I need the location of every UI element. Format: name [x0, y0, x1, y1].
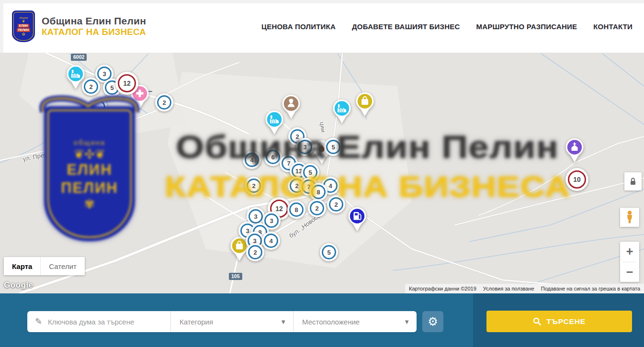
page: община ❦ ЕЛИН ПЕЛИН ✿ Община Елин Пелин …	[0, 0, 644, 347]
crest-ornament-bottom: ✿	[22, 33, 25, 36]
map-type-control: Карта Сателит	[4, 257, 85, 275]
street-label: ции	[318, 122, 327, 133]
fuel-icon	[348, 207, 367, 232]
search-icon	[533, 317, 541, 325]
fuel-pin[interactable]	[348, 207, 367, 232]
cluster-marker[interactable]: 12	[115, 72, 138, 95]
cluster-count: 4	[269, 237, 272, 245]
cluster-marker[interactable]: 2	[327, 195, 345, 213]
search-fields: ✎ Категория ▼ Местоположение ▼	[27, 311, 417, 332]
factory-icon	[332, 99, 351, 124]
advanced-settings-button[interactable]: ⚙	[422, 311, 443, 332]
municipality-crest-icon: община ❦ ЕЛИН ПЕЛИН ✿	[12, 11, 35, 42]
cluster-count: 4	[328, 182, 332, 190]
cluster-count: 2	[253, 249, 257, 256]
zoom-out-button[interactable]: −	[620, 262, 639, 282]
cluster-marker[interactable]: 4	[262, 232, 280, 250]
crest-name-line2: ПЕЛИН	[17, 28, 31, 32]
worker-icon	[282, 94, 301, 119]
search-bar: ✎ Категория ▼ Местоположение ▼ ⚙ ТЪРСЕНЕ	[0, 293, 644, 347]
report-map-error-link[interactable]: Подаване на сигнал за грешка в картата	[541, 286, 640, 291]
search-button-label: ТЪРСЕНЕ	[546, 317, 586, 326]
cluster-marker[interactable]: 10	[565, 168, 588, 191]
zoom-in-button[interactable]: +	[620, 242, 639, 262]
location-select[interactable]: Местоположение ▼	[293, 311, 417, 332]
cluster-count: 6	[271, 154, 274, 161]
search-button[interactable]: ТЪРСЕНЕ	[486, 311, 632, 332]
crest-ornament: ❦	[22, 20, 25, 23]
cluster-marker[interactable]: 2	[82, 78, 100, 96]
street-view-pegman-button[interactable]	[620, 208, 639, 227]
nav-item-contacts[interactable]: КОНТАКТИ	[593, 22, 633, 31]
cluster-count: 2	[89, 83, 92, 90]
cluster-count: 4	[250, 157, 253, 164]
terms-of-use-link[interactable]: Условия за ползване	[483, 286, 534, 291]
map-type-satellite-button[interactable]: Сателит	[40, 257, 85, 275]
cluster-count: 5	[308, 169, 312, 176]
lock-button[interactable]	[624, 172, 642, 190]
church-icon	[565, 138, 584, 163]
keyword-field[interactable]: ✎	[27, 311, 170, 332]
cluster-count: 3	[270, 217, 273, 224]
cluster-count: 2	[252, 182, 255, 190]
cluster-count: 5	[327, 249, 330, 256]
cluster-count: 12	[123, 79, 131, 87]
cluster-count: 3	[254, 213, 257, 220]
cluster-marker[interactable]: 2	[246, 243, 264, 261]
cluster-marker[interactable]: 2	[155, 93, 173, 112]
cluster-marker[interactable]: 8	[309, 183, 328, 201]
church-pin[interactable]	[565, 138, 584, 163]
google-logo[interactable]: Google	[4, 280, 34, 290]
pencil-icon: ✎	[35, 316, 42, 327]
road-shield: 105	[229, 273, 242, 280]
main-nav: ЦЕНОВА ПОЛИТИКА ДОБАВЕТЕ ВАШИЯТ БИЗНЕС М…	[261, 22, 633, 31]
cluster-count: 5	[110, 84, 113, 91]
cluster-count: 7	[287, 160, 290, 167]
nav-item-add-business[interactable]: ДОБАВЕТЕ ВАШИЯТ БИЗНЕС	[352, 22, 460, 31]
factory-icon	[265, 110, 284, 135]
cluster-marker[interactable]: 4	[243, 151, 261, 169]
header: община ❦ ЕЛИН ПЕЛИН ✿ Община Елин Пелин …	[0, 0, 644, 53]
crest-name-line1: ЕЛИН	[18, 24, 29, 28]
cluster-count: 5	[331, 144, 335, 151]
cluster-count: 8	[316, 189, 320, 196]
cluster-count: 3	[303, 144, 306, 151]
keyword-input[interactable]	[47, 317, 165, 326]
shopping-bag-icon	[355, 92, 374, 117]
cluster-marker[interactable]: 5	[324, 138, 342, 156]
cluster-count: 2	[295, 182, 298, 190]
category-select[interactable]: Категория ▼	[170, 311, 293, 332]
chevron-down-icon: ▼	[280, 318, 286, 325]
cluster-marker[interactable]: 2	[245, 177, 263, 195]
worker-pin[interactable]	[282, 94, 301, 119]
cluster-marker[interactable]	[89, 98, 107, 116]
cluster-count: 12	[275, 205, 283, 213]
zoom-control: + −	[620, 242, 639, 282]
cluster-count: 2	[315, 205, 318, 212]
map-data-copyright: Картографски данни ©2019	[409, 286, 476, 291]
cluster-count: 3	[102, 70, 106, 78]
site-subtitle: КАТАЛОГ НА БИЗНЕСА	[42, 27, 146, 37]
shopping-bag-pin[interactable]	[355, 92, 374, 117]
location-value: Местоположение	[302, 318, 360, 326]
cluster-marker[interactable]: 5	[320, 243, 338, 261]
page-edge-left	[0, 0, 3, 53]
cluster-marker[interactable]: 2	[308, 199, 326, 217]
factory-pin[interactable]	[265, 110, 284, 135]
nav-item-pricing[interactable]: ЦЕНОВА ПОЛИТИКА	[261, 22, 336, 31]
gear-icon: ⚙	[428, 316, 438, 327]
factory-pin[interactable]	[332, 99, 351, 124]
map-type-map-button[interactable]: Карта	[4, 257, 40, 275]
nav-item-route-schedule[interactable]: МАРШРУТНО РАЗПИСАНИЕ	[476, 22, 577, 31]
brand-logo-link[interactable]: община ❦ ЕЛИН ПЕЛИН ✿ Община Елин Пелин …	[12, 11, 146, 42]
category-value: Категория	[180, 318, 213, 326]
cluster-count: 2	[162, 99, 166, 106]
cluster-count: 8	[294, 206, 298, 213]
cluster-count: 10	[573, 176, 581, 183]
map-canvas[interactable]: 6002105ул. Преславбул. „Новоселции	[0, 53, 644, 293]
chevron-down-icon: ▼	[404, 318, 410, 325]
cluster-count: 2	[295, 133, 299, 140]
cluster-marker[interactable]: 3	[296, 138, 314, 156]
road-shield: 6002	[71, 54, 87, 61]
cluster-marker[interactable]: 8	[287, 201, 305, 219]
